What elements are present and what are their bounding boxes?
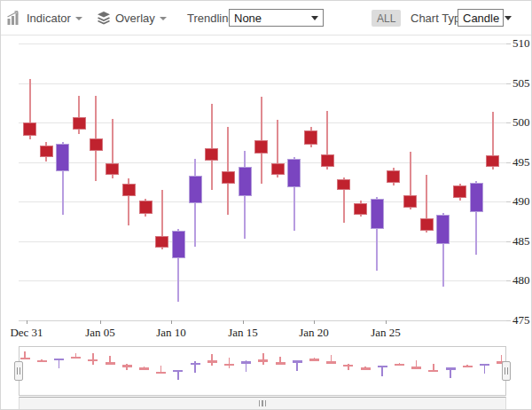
candle-body: [420, 218, 434, 231]
nav-bar-close: [378, 366, 387, 368]
horizontal-scrollbar[interactable]: [19, 397, 506, 410]
x-axis-tick: [314, 320, 315, 324]
candle-body: [271, 163, 285, 174]
candle-body: [321, 154, 334, 167]
nav-bar-close: [241, 361, 251, 364]
y-axis-tick: [506, 83, 511, 84]
bar-chart-indicator-icon: [6, 11, 22, 25]
x-axis-label: Dec 31: [10, 326, 43, 340]
y-axis-label: 510: [512, 36, 532, 51]
candle-body: [56, 144, 69, 170]
y-axis-label: 490: [512, 194, 532, 209]
scrollbar-grip[interactable]: [259, 400, 267, 406]
candle-body: [354, 203, 367, 214]
nav-bar-close: [191, 363, 200, 366]
y-axis-label: 500: [512, 115, 532, 130]
nav-bar-range: [59, 359, 60, 369]
y-axis-label: 505: [512, 76, 532, 91]
overlay-label: Overlay: [115, 12, 155, 25]
nav-bar-range: [381, 367, 383, 376]
candlestick-chart: 510505500495490485480475Dec 31Jan 05Jan …: [1, 35, 532, 345]
gridline: [19, 201, 506, 202]
nav-bar-close: [411, 367, 421, 369]
chevron-down-icon: [311, 16, 318, 20]
y-axis-label: 480: [512, 273, 532, 288]
nav-bar-close: [106, 362, 115, 365]
trendline-label: Trendline: [187, 1, 235, 35]
candle-body: [205, 148, 218, 161]
nav-bar-close: [361, 367, 371, 370]
nav-bar-close: [276, 362, 286, 365]
nav-bar-close: [71, 357, 81, 359]
gridline: [19, 241, 506, 242]
chevron-down-icon: [75, 17, 82, 20]
chart-widget: Indicator Overlay Trendline None ALL Cha…: [0, 0, 532, 410]
nav-bar-close: [224, 364, 234, 367]
chart-type-select[interactable]: Candle: [458, 9, 504, 27]
candle-body: [40, 146, 53, 157]
candle-body: [189, 176, 202, 203]
nav-bar-close: [463, 366, 473, 368]
nav-bar-close: [480, 364, 489, 367]
gridline: [19, 83, 506, 84]
nav-bar-close: [122, 365, 132, 367]
candle-body: [106, 163, 119, 175]
candle-body: [155, 236, 168, 248]
x-axis-label: Jan 20: [299, 326, 329, 340]
candle-body: [387, 170, 400, 183]
nav-bar-close: [54, 359, 64, 361]
nav-bar-close: [139, 367, 149, 370]
x-axis-label: Jan 05: [85, 326, 115, 340]
candle-body: [73, 117, 86, 130]
candle-body: [23, 122, 36, 136]
candle-body: [139, 201, 153, 213]
candle-body: [222, 171, 235, 184]
chevron-down-icon: [160, 17, 167, 20]
x-axis-label: Jan 25: [371, 326, 401, 340]
chevron-down-icon: [505, 16, 512, 20]
candle-body: [470, 183, 483, 212]
x-axis-label: Jan 10: [156, 326, 186, 340]
y-axis-tick: [506, 320, 511, 321]
candle-body: [122, 184, 136, 196]
nav-bar-close: [326, 361, 336, 364]
navigator-right-handle[interactable]: [502, 361, 511, 381]
overlay-menu-button[interactable]: Overlay: [97, 1, 167, 35]
y-axis-tick: [506, 162, 511, 163]
candle-body: [304, 130, 317, 145]
nav-bar-close: [20, 358, 30, 360]
gridline: [19, 43, 506, 44]
trendline-select[interactable]: None: [229, 9, 324, 27]
y-axis-tick: [506, 280, 511, 281]
candle-body: [172, 231, 185, 257]
gridline: [19, 122, 506, 123]
candle-body: [254, 140, 268, 154]
y-axis-label: 495: [512, 155, 532, 170]
x-axis-tick: [386, 320, 387, 324]
nav-bar-close: [428, 370, 438, 373]
navigator-left-handle[interactable]: [14, 361, 23, 381]
gridline: [19, 162, 506, 163]
y-axis-tick: [506, 241, 511, 242]
candle-body: [436, 215, 450, 244]
x-axis-tick: [27, 320, 27, 324]
range-navigator[interactable]: [19, 346, 506, 396]
candle-body: [337, 179, 350, 190]
y-axis-tick: [506, 43, 511, 44]
nav-bar-close: [207, 360, 217, 363]
candle-body: [453, 185, 466, 197]
candle-body: [287, 159, 301, 187]
toolbar: Indicator Overlay Trendline None ALL Cha…: [1, 1, 531, 35]
candle-body: [486, 155, 499, 167]
nav-bar-close: [258, 359, 268, 362]
nav-bar-range: [484, 365, 486, 375]
candle-body: [403, 195, 417, 208]
x-axis-label: Jan 15: [228, 326, 258, 340]
trendline-selected-value: None: [234, 12, 262, 25]
nav-bar-close: [446, 367, 456, 370]
nav-bar-range: [450, 368, 451, 378]
indicator-menu-button[interactable]: Indicator: [6, 1, 82, 35]
all-range-button[interactable]: ALL: [372, 10, 401, 27]
chart-type-selected-value: Candle: [463, 12, 499, 25]
x-axis-tick: [171, 320, 172, 324]
